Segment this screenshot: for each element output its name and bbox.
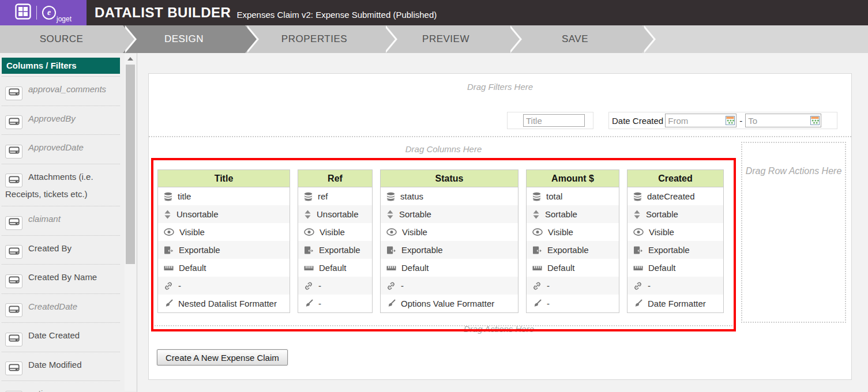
sort-icon — [386, 210, 394, 219]
sidebar-item-attachments-i-e-receipts-tickets-etc[interactable]: Attachments (i.e. Receipts, tickets etc.… — [2, 164, 120, 207]
column-prop-value: Sortable — [545, 209, 577, 219]
column-prop-visible: Visible — [298, 223, 372, 241]
scroll-up-arrow-icon[interactable] — [125, 54, 136, 63]
scrollbar-thumb[interactable] — [126, 65, 135, 264]
columns-highlight-rectangle: TitletitleUnsortableVisibleExportableDef… — [151, 158, 736, 331]
column-created[interactable]: CreateddateCreatedSortableVisibleExporta… — [627, 169, 724, 313]
column-prop-value: Date Formatter — [648, 299, 706, 308]
wizard-tabbar: SOURCEDESIGNPROPERTIESPREVIEWSAVE — [0, 25, 868, 53]
sidebar-item-date-modified[interactable]: Date Modified — [2, 352, 120, 382]
column-prop-value: Default — [179, 263, 206, 273]
column-prop-field: ref — [298, 187, 372, 205]
sidebar-item-label: approval_comments — [28, 84, 106, 94]
brush-icon — [304, 299, 313, 308]
column-amount[interactable]: Amount $totalSortableVisibleExportableDe… — [526, 169, 619, 313]
column-prop-field: title — [158, 187, 290, 205]
sidebar-item-date-created[interactable]: Date Created — [2, 323, 120, 352]
column-prop-value: ref — [318, 191, 328, 201]
sidebar-item-label: Date Modified — [28, 360, 82, 370]
tab-design[interactable]: DESIGN — [123, 25, 245, 53]
sidebar-item-approvedby[interactable]: ApprovedBy — [2, 106, 120, 135]
database-icon — [633, 192, 642, 201]
column-prop-width: Default — [527, 259, 619, 277]
sidebar-item-approval-comments[interactable]: approval_comments — [2, 76, 120, 106]
design-canvas: Drag Filters Here Date Created — [148, 73, 852, 380]
app-menu-logo[interactable]: ejoget — [0, 0, 87, 25]
column-prop-value: Visible — [402, 227, 427, 237]
sort-icon — [164, 210, 171, 219]
column-prop-sort: Sortable — [527, 205, 619, 223]
column-prop-value: Options Value Formatter — [401, 299, 494, 308]
link-icon — [386, 281, 396, 291]
column-prop-formatter: Options Value Formatter — [381, 295, 518, 312]
sidebar-item-approveddate[interactable]: ApprovedDate — [2, 135, 120, 164]
tabbar-filler — [642, 25, 868, 53]
column-prop-value: Unsortable — [317, 209, 359, 219]
column-prop-export: Exportable — [627, 241, 723, 259]
column-prop-visible: Visible — [158, 223, 290, 241]
export-icon — [164, 246, 174, 255]
ruler-icon — [164, 265, 174, 272]
column-prop-formatter: - — [298, 295, 372, 312]
column-ref[interactable]: RefrefUnsortableVisibleExportableDefault… — [298, 169, 373, 313]
create-expense-claim-button[interactable]: Create A New Expense Claim — [157, 349, 288, 365]
column-prop-field: total — [527, 187, 619, 205]
eye-icon — [633, 228, 644, 236]
tab-source[interactable]: SOURCE — [0, 25, 123, 53]
title-filter-input[interactable] — [523, 114, 585, 127]
column-prop-value: - — [178, 281, 181, 291]
column-status[interactable]: StatusstatusSortableVisibleExportableDef… — [380, 169, 518, 313]
column-prop-value: Default — [648, 263, 676, 273]
column-prop-field: status — [381, 187, 518, 205]
column-prop-value: Sortable — [646, 209, 678, 219]
sidebar-scrollbar[interactable] — [125, 54, 136, 391]
sidebar-item-created-by[interactable]: Created By — [2, 236, 120, 265]
brush-icon — [386, 299, 396, 308]
column-prop-value: Default — [319, 263, 347, 273]
column-prop-export: Exportable — [298, 241, 372, 259]
column-header: Amount $ — [527, 170, 619, 187]
column-prop-value: Default — [401, 263, 429, 273]
column-title[interactable]: TitletitleUnsortableVisibleExportableDef… — [157, 169, 290, 313]
sidebar-item-createddate[interactable]: CreatedDate — [2, 294, 120, 323]
calendar-icon[interactable] — [810, 116, 820, 125]
calendar-icon[interactable] — [726, 116, 735, 125]
columns-drop-zone[interactable]: TitletitleUnsortableVisibleExportableDef… — [157, 169, 734, 313]
column-prop-link: - — [158, 277, 290, 295]
sort-icon — [633, 210, 641, 219]
tab-preview[interactable]: PREVIEW — [384, 25, 508, 53]
drawer-icon — [9, 116, 20, 129]
column-prop-export: Exportable — [381, 241, 518, 259]
tab-save[interactable]: SAVE — [508, 25, 642, 53]
drag-columns-label: Drag Columns Here — [151, 144, 736, 154]
drawer-icon — [9, 362, 20, 375]
column-prop-value: Visible — [649, 227, 674, 237]
title-filter[interactable] — [507, 112, 593, 129]
column-prop-value: - — [318, 281, 321, 291]
logo-separator — [36, 6, 37, 20]
date-created-filter[interactable]: Date Created — [608, 112, 837, 129]
column-prop-formatter: Date Formatter — [627, 295, 723, 312]
drag-filters-label: Drag Filters Here — [149, 82, 851, 92]
sidebar-item-created-by-name[interactable]: Created By Name — [2, 265, 120, 294]
tab-properties[interactable]: PROPERTIES — [245, 25, 384, 53]
column-prop-value: Visible — [179, 227, 205, 237]
columns-filters-sidebar: Columns / Filters approval_commentsAppro… — [0, 53, 137, 392]
eye-icon — [304, 228, 314, 236]
sidebar-item-claimant[interactable]: claimant — [2, 206, 120, 236]
filters-drop-zone[interactable]: Drag Filters Here Date Created — [149, 74, 851, 137]
column-prop-value: status — [400, 191, 423, 201]
ruler-icon — [532, 265, 542, 272]
brush-icon — [164, 299, 173, 308]
column-prop-link: - — [527, 277, 619, 295]
column-prop-value: total — [546, 191, 562, 201]
sort-icon — [532, 210, 540, 219]
joget-logo: ejoget — [42, 6, 72, 20]
column-prop-value: Exportable — [648, 245, 690, 255]
column-prop-formatter: - — [527, 295, 619, 312]
sort-icon — [304, 210, 311, 219]
row-actions-drop-zone[interactable]: Drag Row Actions Here — [741, 142, 846, 323]
drag-row-actions-label: Drag Row Actions Here — [742, 166, 845, 176]
sidebar-item-entires[interactable]: entires — [2, 381, 120, 392]
sidebar-item-label: ApprovedBy — [28, 114, 76, 123]
